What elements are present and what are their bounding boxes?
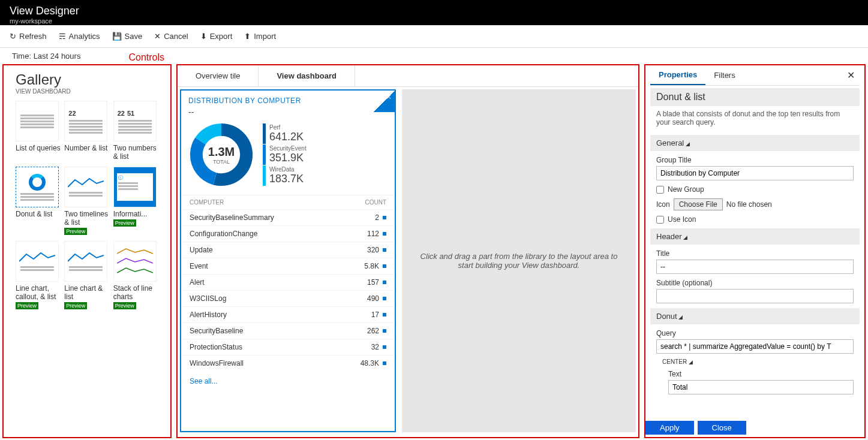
row-count: 490 — [367, 294, 379, 303]
legend-name: SecurityEvent — [269, 145, 307, 152]
label-group-title: Group Title — [656, 156, 860, 164]
label-subtitle: Subtitle (optional) — [656, 279, 860, 287]
gallery-item-label: Informati... — [113, 210, 158, 218]
gallery-item-label: Number & list — [64, 144, 109, 152]
table-row[interactable]: W3CIISLog 490 — [181, 290, 395, 306]
row-name: ConfigurationChange — [190, 230, 257, 238]
table-row[interactable]: WindowsFirewall 48.3K — [181, 355, 395, 371]
header-title: View Designer — [10, 5, 858, 17]
preview-badge: Preview — [64, 302, 87, 309]
distribution-card[interactable]: DISTRIBUTION BY COMPUTER -- 1.3M TOTAL — [180, 89, 396, 432]
checkbox-use-icon[interactable] — [656, 216, 664, 224]
gallery-subtitle: VIEW DASHBOARD — [16, 88, 158, 95]
card-title: DISTRIBUTION BY COMPUTER — [181, 91, 395, 107]
table-row[interactable]: ProtectionStatus 32 — [181, 339, 395, 355]
row-bar — [383, 329, 386, 333]
card-subtitle: -- — [181, 107, 395, 122]
analytics-icon: ☴ — [59, 32, 66, 41]
legend-color-bar — [263, 165, 266, 186]
save-button[interactable]: 💾Save — [112, 32, 143, 41]
label-center[interactable]: CENTER — [662, 358, 860, 365]
tab-properties[interactable]: Properties — [650, 65, 705, 85]
table-row[interactable]: Event 5.8K — [181, 258, 395, 274]
table-row[interactable]: Update 320 — [181, 242, 395, 258]
toolbar: ↻Refresh ☴Analytics 💾Save ✕Cancel ⬇Expor… — [0, 25, 868, 48]
row-name: W3CIISLog — [190, 294, 226, 303]
gallery-item[interactable]: 2251Two numbers & list — [113, 101, 158, 161]
save-icon: 💾 — [112, 32, 122, 41]
legend-color-bar — [263, 123, 266, 144]
row-bar — [383, 264, 386, 268]
refresh-icon: ↻ — [10, 32, 16, 41]
tab-view-dashboard[interactable]: View dashboard — [259, 65, 355, 86]
gallery-item-label: Line chart, callout, & list — [16, 284, 61, 301]
checkbox-new-group[interactable] — [656, 186, 664, 194]
import-button[interactable]: ⬆Import — [244, 32, 276, 41]
annotation-controls: Controls — [128, 52, 164, 63]
refresh-button[interactable]: ↻Refresh — [10, 32, 47, 41]
cancel-icon: ✕ — [154, 32, 161, 41]
input-subtitle[interactable] — [656, 289, 854, 303]
gallery-item[interactable]: List of queries — [16, 101, 61, 161]
tab-overview-tile[interactable]: Overview tile — [178, 65, 259, 86]
gallery-item[interactable]: Donut & list — [16, 167, 61, 235]
row-bar — [383, 216, 386, 219]
apply-button[interactable]: Apply — [645, 421, 694, 435]
row-name: SecurityBaselineSummary — [190, 213, 274, 222]
gallery-item[interactable]: ⓘInformati...Preview — [113, 167, 158, 235]
row-bar — [383, 361, 386, 365]
row-count: 5.8K — [364, 262, 379, 270]
row-name: AlertHistory — [190, 311, 227, 319]
preview-badge: Preview — [113, 219, 136, 227]
row-bar — [383, 248, 386, 252]
drop-area[interactable]: Click and drag a part from the library t… — [402, 89, 636, 432]
row-bar — [383, 345, 386, 349]
input-title[interactable] — [656, 260, 854, 274]
cancel-button[interactable]: ✕Cancel — [154, 32, 188, 41]
gallery-item[interactable]: 22Number & list — [64, 101, 109, 161]
design-tabs: Overview tile View dashboard — [178, 65, 638, 87]
analytics-button[interactable]: ☴Analytics — [59, 32, 100, 41]
section-header[interactable]: Header — [650, 228, 860, 245]
tab-filters[interactable]: Filters — [705, 66, 743, 85]
controls-panel: Controls Gallery VIEW DASHBOARD List of … — [2, 64, 172, 438]
see-all-link[interactable]: See all... — [181, 371, 395, 391]
table-row[interactable]: AlertHistory 17 — [181, 306, 395, 323]
import-icon: ⬆ — [244, 32, 251, 41]
row-count: 48.3K — [361, 359, 379, 367]
table-row[interactable]: Alert 157 — [181, 274, 395, 290]
label-center-text: Text — [668, 370, 860, 378]
export-icon: ⬇ — [200, 32, 207, 41]
choose-file-button[interactable]: Choose File — [674, 198, 723, 210]
gallery-item[interactable]: Two timelines & listPreview — [64, 167, 109, 235]
design-panel: Design Overview tile View dashboard DIST… — [176, 64, 639, 438]
export-button[interactable]: ⬇Export — [200, 32, 233, 41]
donut-chart: 1.3M TOTAL — [188, 122, 254, 188]
row-count: 2 — [375, 213, 379, 222]
input-group-title[interactable] — [656, 166, 854, 180]
gallery-item-label: Two numbers & list — [113, 144, 158, 161]
preview-badge: Preview — [113, 302, 136, 309]
input-center-text[interactable] — [668, 380, 854, 394]
table-row[interactable]: SecurityBaselineSummary 2 — [181, 209, 395, 225]
close-properties-icon[interactable]: ✕ — [842, 67, 860, 83]
row-name: ProtectionStatus — [190, 343, 242, 351]
table-row[interactable]: ConfigurationChange 112 — [181, 225, 395, 242]
row-bar — [383, 281, 386, 284]
legend-name: WireData — [269, 166, 304, 173]
close-icon[interactable] — [373, 91, 395, 112]
label-query: Query — [656, 329, 860, 337]
label-title: Title — [656, 249, 860, 258]
section-general[interactable]: General — [650, 135, 860, 151]
properties-panel: Properties Properties Filters ✕ Donut & … — [644, 64, 866, 438]
donut-center-value: 1.3M — [208, 145, 235, 159]
table-row[interactable]: SecurityBaseline 262 — [181, 323, 395, 339]
gallery-item[interactable]: Line chart & listPreview — [64, 241, 109, 309]
header-subtitle: my-workspace — [10, 17, 858, 25]
gallery-item-label: List of queries — [16, 144, 61, 152]
close-button[interactable]: Close — [698, 421, 746, 435]
gallery-item[interactable]: Stack of line chartsPreview — [113, 241, 158, 309]
input-query[interactable] — [656, 339, 854, 354]
gallery-item[interactable]: Line chart, callout, & listPreview — [16, 241, 61, 309]
section-donut[interactable]: Donut — [650, 308, 860, 324]
